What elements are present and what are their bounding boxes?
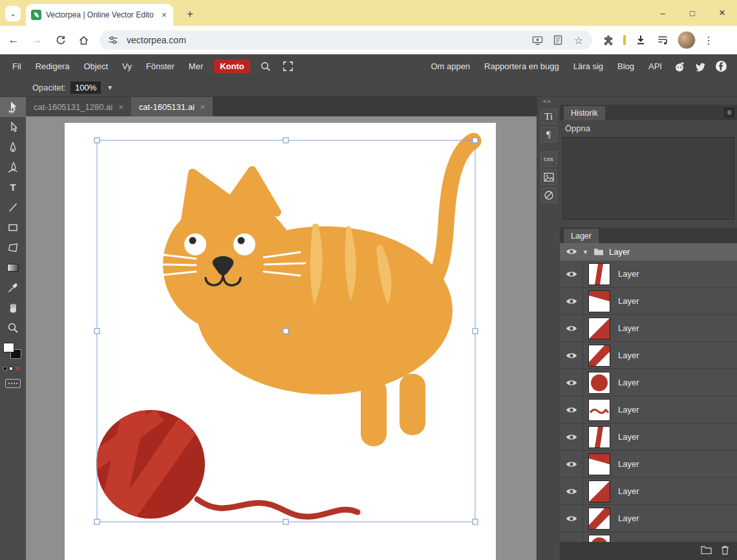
type-tool[interactable]: T <box>0 177 26 197</box>
doc-tab-close-icon[interactable]: × <box>118 102 123 112</box>
facebook-icon[interactable] <box>710 60 732 72</box>
canvas[interactable] <box>26 116 537 560</box>
minimize-button[interactable]: – <box>648 0 678 26</box>
address-bar[interactable]: vectorpea.com ☆ <box>100 30 592 50</box>
opacity-dropdown-icon[interactable]: ▼ <box>107 84 113 91</box>
group-expand-icon[interactable]: ▼ <box>582 249 588 255</box>
move-tool[interactable] <box>0 97 26 117</box>
opacity-value-field[interactable]: 100% <box>70 81 101 94</box>
url-text[interactable]: vectorpea.com <box>127 35 524 45</box>
pen-tool[interactable] <box>0 137 26 157</box>
downloads-icon[interactable] <box>634 34 648 46</box>
character-panel-icon[interactable]: Ti <box>540 109 557 124</box>
visibility-eye-icon[interactable] <box>560 424 583 450</box>
visibility-eye-icon[interactable] <box>560 315 583 341</box>
back-icon[interactable]: ← <box>4 30 23 50</box>
layer-row[interactable]: Layer <box>560 505 737 532</box>
foreground-color-swatch[interactable] <box>3 343 14 352</box>
visibility-eye-icon[interactable] <box>560 505 583 532</box>
visibility-eye-icon[interactable] <box>560 342 583 369</box>
layer-row[interactable]: Layer <box>560 369 737 396</box>
doc-tab-active[interactable]: cat-1605131.ai × <box>131 97 213 116</box>
visibility-eye-icon[interactable] <box>560 261 583 287</box>
history-entry[interactable]: Öppna <box>560 120 737 136</box>
free-transform-tool[interactable] <box>0 237 26 257</box>
canvas-drawing[interactable] <box>26 116 537 560</box>
browser-menu-icon[interactable]: ⋮ <box>703 34 714 47</box>
eyedropper-tool[interactable] <box>0 277 26 297</box>
doc-tab-close-icon[interactable]: × <box>200 102 206 112</box>
pinned-extension-icon[interactable] <box>623 35 626 45</box>
default-swatches-icon[interactable]: ✕ <box>0 363 26 374</box>
layers-panel-tab[interactable]: Lager <box>564 229 599 243</box>
zoom-tool[interactable] <box>0 318 26 338</box>
site-settings-icon[interactable] <box>106 35 120 45</box>
install-app-icon[interactable] <box>530 36 544 45</box>
menu-fonster[interactable]: Fönster <box>139 58 182 75</box>
menu-redigera[interactable]: Redigera <box>28 58 77 75</box>
css-panel-icon[interactable]: css <box>540 151 557 167</box>
free-pen-tool[interactable] <box>0 157 26 177</box>
menu-om-appen[interactable]: Om appen <box>423 58 477 75</box>
reddit-icon[interactable] <box>669 61 690 72</box>
delete-layer-icon[interactable] <box>721 545 729 557</box>
layer-row[interactable]: Layer <box>560 396 737 424</box>
doc-tab-inactive[interactable]: cat-1605131_1280.ai × <box>26 97 131 116</box>
menu-fil[interactable]: Fil <box>5 58 28 75</box>
collapse-panels-left-icon[interactable]: <> <box>543 98 551 105</box>
bookmark-star-icon[interactable]: ☆ <box>571 34 586 47</box>
new-tab-button[interactable]: + <box>182 6 198 22</box>
home-icon[interactable] <box>74 30 93 50</box>
direct-select-tool[interactable] <box>0 117 26 137</box>
extensions-puzzle-icon[interactable] <box>601 34 615 46</box>
fullscreen-icon[interactable] <box>277 58 299 74</box>
twitter-icon[interactable] <box>690 61 710 72</box>
visibility-eye-icon[interactable] <box>560 532 583 542</box>
keyboard-shortcuts-icon[interactable] <box>5 379 21 388</box>
profile-avatar[interactable] <box>678 31 696 49</box>
layer-row[interactable]: Layer <box>560 478 737 505</box>
layer-row[interactable]: Layer <box>560 342 737 369</box>
image-panel-icon[interactable] <box>540 169 557 185</box>
layer-group-row[interactable]: ▼ Layer <box>560 243 737 261</box>
visibility-eye-icon[interactable] <box>566 246 577 258</box>
reload-icon[interactable] <box>50 30 70 50</box>
layer-row[interactable]: Layer <box>560 451 737 478</box>
paragraph-panel-icon[interactable]: ¶ <box>540 127 557 142</box>
close-button[interactable]: × <box>707 0 737 26</box>
layer-row[interactable]: Layer <box>560 261 737 288</box>
menu-api[interactable]: API <box>641 58 669 75</box>
visibility-eye-icon[interactable] <box>560 369 583 396</box>
konto-button[interactable]: Konto <box>214 59 250 73</box>
tab-search-chevron-icon[interactable]: ⌄ <box>5 6 21 21</box>
line-tool[interactable] <box>0 197 26 217</box>
rectangle-tool[interactable] <box>0 217 26 237</box>
new-folder-icon[interactable] <box>701 545 712 557</box>
clear-color-icon[interactable]: ✕ <box>15 365 20 372</box>
color-swatches[interactable] <box>0 341 26 363</box>
media-hub-icon[interactable] <box>656 34 670 46</box>
layer-row[interactable]: Layer <box>560 288 737 315</box>
visibility-eye-icon[interactable] <box>560 396 583 423</box>
search-icon[interactable] <box>254 58 277 74</box>
menu-blog[interactable]: Blog <box>610 58 641 75</box>
layer-row[interactable]: Layer <box>560 315 737 342</box>
tab-close-icon[interactable]: × <box>160 10 168 20</box>
gradient-tool[interactable] <box>0 257 26 277</box>
link-panel-icon[interactable] <box>540 188 557 203</box>
maximize-button[interactable]: □ <box>678 0 707 26</box>
forward-icon[interactable]: → <box>27 30 47 50</box>
menu-object[interactable]: Object <box>76 58 115 75</box>
reading-mode-icon[interactable] <box>551 35 565 45</box>
layer-row[interactable]: Layer <box>560 424 737 451</box>
browser-tab[interactable]: Vectorpea | Online Vector Edito × <box>26 4 173 26</box>
visibility-eye-icon[interactable] <box>560 478 583 504</box>
menu-rapportera-bugg[interactable]: Rapportera en bugg <box>477 58 566 75</box>
history-menu-icon[interactable]: ≡ <box>724 107 734 118</box>
history-panel-tab[interactable]: Historik <box>564 106 605 120</box>
layer-row[interactable]: Layer <box>560 532 737 542</box>
visibility-eye-icon[interactable] <box>560 288 583 314</box>
visibility-eye-icon[interactable] <box>560 451 583 477</box>
menu-mer[interactable]: Mer <box>182 58 210 75</box>
menu-lara-sig[interactable]: Lära sig <box>566 58 610 75</box>
